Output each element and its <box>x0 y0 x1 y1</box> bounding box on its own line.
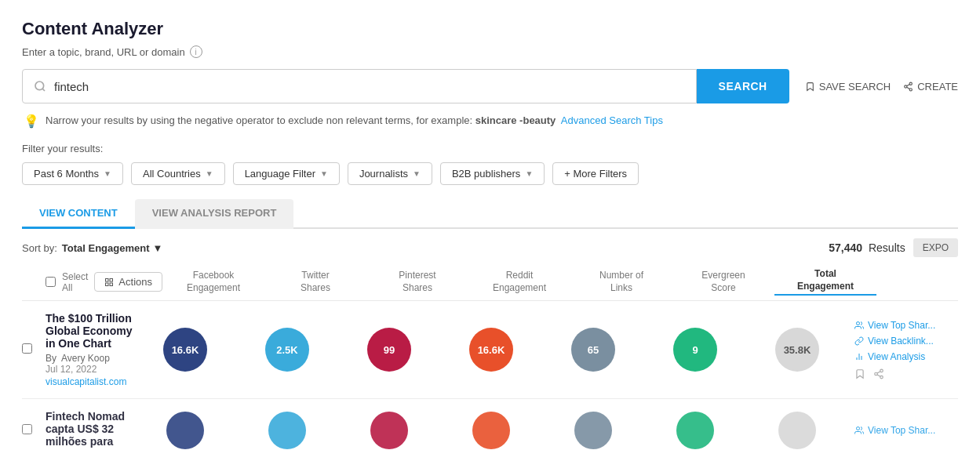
tab-view-content[interactable]: VIEW CONTENT <box>22 199 135 229</box>
twitter-circle[interactable]: 2.5K <box>265 328 309 372</box>
col-header-total: Total Engagement <box>774 268 876 296</box>
row-checkbox-cell <box>22 424 46 437</box>
total-circle[interactable]: 35.8K <box>775 328 819 372</box>
metric-evergreen: 9 <box>644 328 746 372</box>
col-header-twitter: Twitter Shares <box>264 270 366 294</box>
save-search-link[interactable]: SAVE SEARCH <box>805 81 891 93</box>
twitter-circle-2[interactable] <box>268 412 306 449</box>
svg-line-19 <box>877 372 880 373</box>
chevron-down-icon: ▼ <box>104 169 111 178</box>
tabs-row: VIEW CONTENT VIEW ANALYSIS REPORT <box>22 199 958 229</box>
reddit-circle-2[interactable] <box>472 412 510 449</box>
search-button[interactable]: SEARCH <box>697 69 789 103</box>
svg-line-18 <box>877 375 880 376</box>
view-analysis-link[interactable]: View Analysis <box>854 351 958 362</box>
metric-twitter-2 <box>236 412 338 449</box>
facebook-value: 16.6K <box>172 344 199 356</box>
filter-time[interactable]: Past 6 Months ▼ <box>22 162 123 185</box>
filter-country[interactable]: All Countries ▼ <box>131 162 225 185</box>
view-backlink-label: View Backlink... <box>868 336 934 347</box>
evergreen-circle-2[interactable] <box>676 412 714 449</box>
sort-value-text: Total Engagement <box>62 242 150 254</box>
filter-journalists[interactable]: Journalists ▼ <box>348 162 432 185</box>
create-link[interactable]: CREATE <box>903 81 958 93</box>
tip-example: skincare -beauty <box>475 114 556 126</box>
links-value: 65 <box>588 344 599 356</box>
top-actions: SAVE SEARCH CREATE <box>805 81 958 93</box>
tip-icon: 💡 <box>24 114 39 129</box>
subtitle: Enter a topic, brand, URL or domain i <box>22 45 958 58</box>
results-label: Results <box>869 241 905 254</box>
article-author: Avery Koop <box>61 353 110 364</box>
metric-links-2 <box>542 412 644 449</box>
select-all-checkbox[interactable] <box>46 277 56 287</box>
reddit-circle[interactable]: 16.6K <box>469 328 513 372</box>
metric-pinterest: 99 <box>338 328 440 372</box>
view-top-sharers-label-2: View Top Shar... <box>868 425 935 436</box>
share-icon <box>903 82 913 92</box>
row-checkbox[interactable] <box>22 343 32 354</box>
col-header-reddit: Reddit Engagement <box>468 270 570 294</box>
svg-point-4 <box>909 88 912 90</box>
filter-language[interactable]: Language Filter ▼ <box>233 162 340 185</box>
total-circle-2[interactable] <box>778 412 816 449</box>
sort-label: Sort by: <box>22 242 57 254</box>
links-circle[interactable]: 65 <box>571 328 615 372</box>
view-analysis-label: View Analysis <box>868 351 925 362</box>
metric-facebook: 16.6K <box>134 328 236 372</box>
svg-point-20 <box>857 427 860 430</box>
view-backlink-link[interactable]: View Backlink... <box>854 336 958 347</box>
facebook-circle[interactable]: 16.6K <box>163 328 207 372</box>
tip-row: 💡 Narrow your results by using the negat… <box>22 113 958 129</box>
col-header-facebook: Facebook Engagement <box>162 270 264 294</box>
page-wrapper: Content Analyzer Enter a topic, brand, U… <box>0 0 980 450</box>
article-title-2[interactable]: Fintech Nomad capta US$ 32 milhões para <box>46 410 134 448</box>
svg-point-3 <box>905 85 907 87</box>
pinterest-circle[interactable]: 99 <box>367 328 411 372</box>
metric-facebook-2 <box>134 412 236 449</box>
twitter-value: 2.5K <box>276 344 297 356</box>
search-row: SEARCH SAVE SEARCH CREATE <box>22 69 958 103</box>
bookmark-icon <box>805 82 815 92</box>
actions-button[interactable]: Actions <box>94 272 162 292</box>
export-button[interactable]: EXPO <box>913 238 958 257</box>
svg-rect-9 <box>110 283 113 286</box>
advanced-search-tips-link[interactable]: Advanced Search Tips <box>561 114 663 126</box>
results-bar: Sort by: Total Engagement ▼ 57,440 Resul… <box>22 229 958 263</box>
view-top-sharers-link[interactable]: View Top Shar... <box>854 320 958 331</box>
chevron-down-icon: ▼ <box>413 169 421 178</box>
tip-before: Narrow your results by using the negativ… <box>46 114 475 126</box>
row-article-cell-2: Fintech Nomad capta US$ 32 milhões para <box>46 410 134 450</box>
subtitle-text: Enter a topic, brand, URL or domain <box>22 46 185 58</box>
svg-rect-8 <box>110 278 113 281</box>
sort-value[interactable]: Total Engagement ▼ <box>62 242 163 254</box>
facebook-circle-2[interactable] <box>166 412 204 449</box>
metric-reddit: 16.6K <box>440 328 542 372</box>
article-date: Jul 12, 2022 <box>46 364 134 375</box>
row-checkbox[interactable] <box>22 424 32 434</box>
chevron-down-icon: ▼ <box>206 169 213 178</box>
links-circle-2[interactable] <box>574 412 612 449</box>
article-by: By Avery Koop <box>46 353 134 364</box>
filter-language-label: Language Filter <box>245 168 315 180</box>
search-input[interactable] <box>54 80 685 93</box>
chevron-down-icon: ▼ <box>320 169 328 178</box>
svg-rect-10 <box>106 283 109 286</box>
share-row-icon[interactable] <box>873 368 884 379</box>
metric-twitter: 2.5K <box>236 328 338 372</box>
chevron-down-icon: ▼ <box>525 169 533 178</box>
info-icon[interactable]: i <box>190 45 202 58</box>
filter-publishers[interactable]: B2B publishers ▼ <box>440 162 545 185</box>
evergreen-circle[interactable]: 9 <box>673 328 717 372</box>
search-box <box>22 69 697 103</box>
svg-line-6 <box>907 84 910 85</box>
tab-view-analysis[interactable]: VIEW ANALYSIS REPORT <box>135 199 294 229</box>
more-filters-button[interactable]: + More Filters <box>552 162 639 185</box>
article-title[interactable]: The $100 Trillion Global Economy in One … <box>46 312 134 350</box>
svg-line-5 <box>907 87 910 89</box>
bookmark-row-icon[interactable] <box>854 368 865 379</box>
view-top-sharers-link-2[interactable]: View Top Shar... <box>854 425 958 436</box>
tip-text: Narrow your results by using the negativ… <box>46 113 663 129</box>
pinterest-circle-2[interactable] <box>370 412 408 449</box>
article-domain[interactable]: visualcapitalist.com <box>46 376 126 387</box>
